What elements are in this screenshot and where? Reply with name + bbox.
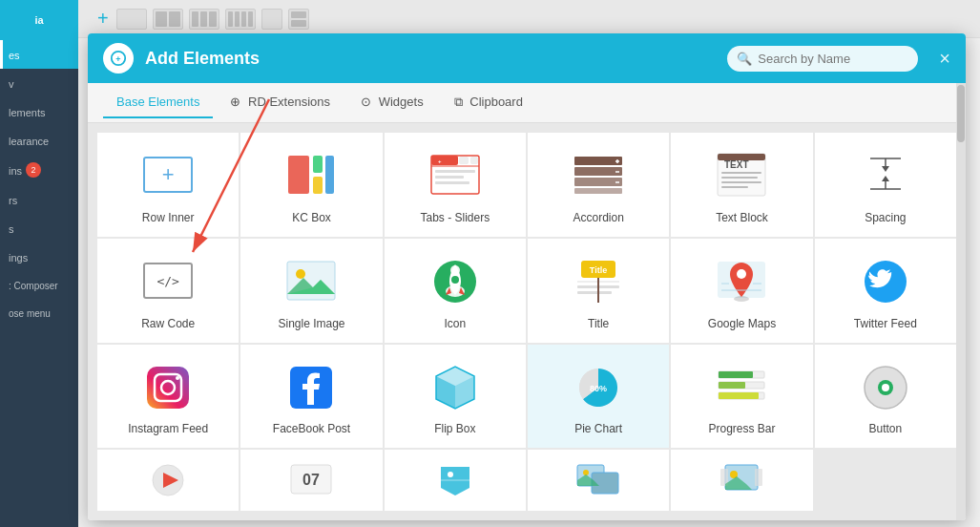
tab-clipboard[interactable]: ⧉ Clipboard: [441, 87, 536, 119]
element-icon-element[interactable]: Icon: [385, 239, 526, 343]
sidebar-item-active[interactable]: es: [0, 40, 78, 69]
element-facebook-post[interactable]: FaceBook Post: [240, 345, 382, 449]
element-button[interactable]: Button: [815, 345, 956, 449]
element-icon-label: Icon: [444, 317, 466, 330]
sidebar-item-ings[interactable]: ings: [0, 242, 78, 271]
sidebar-item-rs[interactable]: rs: [0, 185, 78, 214]
scrollbar-thumb[interactable]: [957, 85, 965, 142]
element-instagram-feed[interactable]: Instagram Feed: [97, 345, 239, 449]
element-twitter-feed-label: Twitter Feed: [854, 317, 917, 330]
svg-rect-3: [313, 156, 323, 173]
element-row-inner[interactable]: + Row Inner: [97, 133, 239, 237]
pie-chart-icon: 80%: [570, 359, 627, 415]
layout-icon-6[interactable]: [288, 9, 309, 30]
wordpress-icon: ⊕: [230, 95, 240, 109]
text-block-icon: TEXT: [713, 147, 770, 203]
top-bar-icons: [116, 9, 309, 30]
layout-icon-5[interactable]: [261, 9, 282, 30]
svg-point-60: [176, 376, 179, 380]
counter-icon: 07: [287, 460, 335, 498]
instagram-feed-icon: [139, 359, 197, 415]
element-text-block-label: Text Block: [716, 211, 768, 224]
svg-text:07: 07: [303, 472, 321, 488]
svg-rect-13: [435, 181, 469, 184]
layout-icon-1[interactable]: [116, 9, 147, 30]
svg-rect-5: [325, 156, 334, 194]
sidebar-item-clearance[interactable]: learance: [0, 126, 78, 155]
layout-icon-4[interactable]: [225, 9, 256, 30]
layout-icon-2[interactable]: [153, 9, 183, 30]
element-google-maps-label: Google Maps: [708, 317, 776, 330]
tabs-sliders-icon: +: [427, 147, 484, 203]
modal-logo-icon: +: [103, 43, 134, 74]
svg-rect-12: [435, 176, 464, 179]
element-row-inner-label: Row Inner: [142, 211, 195, 224]
tab-base-elements[interactable]: Base Elements: [103, 87, 213, 118]
sidebar-item-composer[interactable]: : Composer: [0, 271, 78, 299]
tab-rd-extensions[interactable]: ⊕ RD Extensions: [217, 87, 344, 118]
element-video[interactable]: [97, 450, 239, 511]
svg-rect-8: [459, 157, 469, 164]
svg-text:+: +: [438, 158, 442, 164]
top-bar: +: [78, 0, 980, 38]
element-progress-bar[interactable]: Progress Bar: [671, 345, 812, 449]
sidebar-item-2[interactable]: v: [0, 69, 78, 97]
sidebar-item-elements[interactable]: lements: [0, 97, 78, 126]
svg-point-81: [448, 472, 453, 477]
element-pie-chart[interactable]: 80% Pie Chart: [528, 345, 669, 449]
badge: 2: [26, 162, 41, 178]
svg-rect-15: [574, 157, 622, 165]
modal-close-button[interactable]: ×: [939, 48, 950, 70]
svg-rect-2: [288, 156, 309, 194]
element-tag[interactable]: [385, 450, 526, 511]
element-title-label: Title: [588, 317, 609, 330]
modal-title: Add Elements: [145, 49, 716, 69]
facebook-post-icon: [282, 359, 340, 415]
svg-point-43: [451, 276, 459, 284]
scrollbar[interactable]: [956, 83, 966, 520]
element-kc-box[interactable]: KC Box: [240, 133, 382, 237]
element-flip-box[interactable]: Flip Box: [385, 345, 526, 449]
element-tabs-sliders[interactable]: + Tabs - Sliders: [385, 133, 526, 237]
add-elements-modal: + Add Elements 🔍 × Base Elements ⊕ RD Ex…: [88, 33, 966, 520]
element-raw-code[interactable]: </> Raw Code: [97, 239, 239, 343]
element-spacing[interactable]: Spacing: [815, 133, 956, 237]
clipboard-icon: ⧉: [454, 95, 463, 109]
svg-point-76: [882, 384, 889, 391]
layout-icon-3[interactable]: [189, 9, 219, 30]
sidebar: ia es v lements learance ins 2 rs s ings…: [0, 0, 78, 527]
progress-bar-icon: [713, 359, 770, 415]
raw-code-icon: </>: [139, 253, 197, 309]
element-accordion[interactable]: Accordion: [528, 133, 669, 237]
element-raw-code-label: Raw Code: [141, 317, 195, 330]
element-text-block[interactable]: TEXT Text Block: [671, 133, 812, 237]
row-inner-icon: +: [139, 147, 197, 203]
svg-rect-26: [721, 177, 758, 179]
svg-rect-71: [719, 382, 745, 389]
tab-widgets[interactable]: ⊙ Widgets: [347, 87, 437, 118]
icon-element-icon: [427, 253, 484, 309]
element-title[interactable]: Title Title: [528, 239, 669, 343]
element-google-maps[interactable]: Google Maps: [671, 239, 812, 343]
element-image-carousel[interactable]: [671, 450, 812, 511]
search-icon: 🔍: [737, 52, 752, 66]
image-gallery-icon: [574, 460, 622, 498]
elements-grid: + Row Inner KC Box: [88, 123, 966, 520]
svg-rect-9: [470, 157, 478, 164]
search-input[interactable]: [727, 46, 918, 72]
svg-rect-69: [719, 371, 753, 378]
sidebar-item-ins[interactable]: ins 2: [0, 155, 78, 185]
single-image-icon: [282, 253, 340, 309]
title-icon: Title: [570, 253, 627, 309]
element-counter[interactable]: 07: [240, 450, 382, 511]
element-image-gallery[interactable]: [528, 450, 669, 511]
video-icon: [144, 460, 192, 498]
sidebar-item-s[interactable]: s: [0, 214, 78, 242]
element-instagram-feed-label: Instagram Feed: [128, 422, 208, 435]
svg-rect-11: [435, 170, 475, 173]
sidebar-item-ose-menu[interactable]: ose menu: [0, 299, 78, 327]
element-flip-box-label: Flip Box: [434, 422, 475, 435]
element-spacing-label: Spacing: [865, 211, 906, 224]
element-single-image[interactable]: Single Image: [240, 239, 382, 343]
element-twitter-feed[interactable]: Twitter Feed: [815, 239, 956, 343]
